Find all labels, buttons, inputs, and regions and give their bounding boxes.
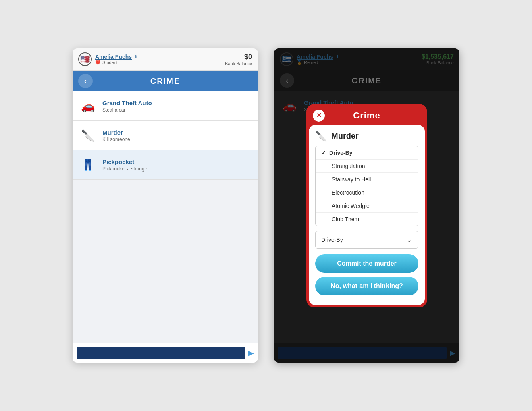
left-crime-list: 🚗 Grand Theft Auto Steal a car 🔪 Murder … bbox=[73, 91, 258, 342]
left-role: ❤️ Student bbox=[95, 60, 137, 65]
modal-crime-header: 🔪 Murder bbox=[315, 131, 418, 142]
modal-overlay: ✕ Crime 🔪 Murder ✓ Dr bbox=[274, 48, 459, 363]
left-name-block: Amelia Fuchs ℹ ❤️ Student bbox=[95, 54, 137, 65]
option-strangulation[interactable]: Strangulation bbox=[316, 160, 418, 173]
left-info-icon[interactable]: ℹ bbox=[135, 54, 137, 60]
left-ad-icon: ▶ bbox=[248, 349, 254, 357]
left-pants-icon: 👖 bbox=[79, 156, 97, 174]
modal-crime-name: Murder bbox=[331, 131, 359, 141]
cancel-button[interactable]: No, what am I thinking? bbox=[315, 277, 418, 295]
left-crime-desc-1: Kill someone bbox=[102, 137, 251, 142]
modal-title: Crime bbox=[353, 110, 380, 121]
left-knife-icon: 🔪 bbox=[79, 127, 97, 144]
left-balance: $0 Bank Balance bbox=[225, 53, 252, 66]
option-club-them[interactable]: Club Them bbox=[316, 213, 418, 226]
check-icon-0: ✓ bbox=[321, 149, 326, 156]
left-crime-name-2: Pickpocket bbox=[102, 158, 251, 165]
left-nav-title: CRIME bbox=[93, 77, 238, 86]
left-crime-desc-2: Pickpocket a stranger bbox=[102, 166, 251, 172]
left-nav: ‹ CRIME bbox=[73, 71, 258, 91]
modal-close-button[interactable]: ✕ bbox=[313, 110, 325, 122]
dropdown-select[interactable]: Drive-By ⌄ bbox=[315, 231, 418, 249]
left-crime-item-0[interactable]: 🚗 Grand Theft Auto Steal a car bbox=[73, 91, 258, 121]
left-crime-item-1[interactable]: 🔪 Murder Kill someone bbox=[73, 121, 258, 150]
modal-knife-icon: 🔪 bbox=[315, 131, 327, 142]
left-ad-blue bbox=[77, 347, 245, 359]
left-phone: 🇺🇸 Amelia Fuchs ℹ ❤️ Student $0 Bank Bal… bbox=[73, 48, 258, 363]
crime-modal: ✕ Crime 🔪 Murder ✓ Dr bbox=[306, 104, 427, 307]
option-electrocution[interactable]: Electrocution bbox=[316, 186, 418, 199]
dropdown-selected-value: Drive-By bbox=[321, 237, 343, 243]
commit-murder-button[interactable]: Commit the murder bbox=[315, 254, 418, 273]
left-ad-bar: ▶ bbox=[73, 342, 258, 363]
dropdown-options-container: ✓ Drive-By Strangulation Stairway to Hel… bbox=[315, 146, 418, 226]
option-stairway[interactable]: Stairway to Hell bbox=[316, 173, 418, 186]
left-amount: $0 bbox=[225, 53, 252, 61]
left-balance-label: Bank Balance bbox=[225, 61, 252, 66]
right-phone: 🇬🇷 Amelia Fuchs ℹ 🏅 Retired $1,535,617 B… bbox=[274, 48, 459, 363]
dropdown-list: ✓ Drive-By Strangulation Stairway to Hel… bbox=[316, 146, 418, 226]
left-flag: 🇺🇸 bbox=[78, 52, 92, 66]
left-crime-name-0: Grand Theft Auto bbox=[102, 100, 251, 106]
modal-title-bar: ✕ Crime bbox=[309, 106, 425, 125]
left-player-name[interactable]: Amelia Fuchs bbox=[95, 54, 132, 60]
option-atomic-wedgie[interactable]: Atomic Wedgie bbox=[316, 199, 418, 213]
option-drive-by[interactable]: ✓ Drive-By bbox=[316, 146, 418, 160]
left-crime-item-2[interactable]: 👖 Pickpocket Pickpocket a stranger bbox=[73, 150, 258, 180]
left-crime-name-1: Murder bbox=[102, 129, 251, 136]
chevron-down-icon: ⌄ bbox=[406, 235, 412, 244]
left-back-button[interactable]: ‹ bbox=[78, 74, 93, 88]
left-header-left: 🇺🇸 Amelia Fuchs ℹ ❤️ Student bbox=[78, 52, 137, 66]
left-header: 🇺🇸 Amelia Fuchs ℹ ❤️ Student $0 Bank Bal… bbox=[73, 48, 258, 71]
modal-inner: 🔪 Murder ✓ Drive-By Strangulat bbox=[309, 125, 425, 305]
left-crime-desc-0: Steal a car bbox=[102, 107, 251, 113]
modal-body: 🔪 Murder ✓ Drive-By Strangulat bbox=[309, 125, 425, 305]
left-heart-icon: ❤️ bbox=[95, 60, 101, 65]
left-car-icon: 🚗 bbox=[79, 97, 97, 115]
